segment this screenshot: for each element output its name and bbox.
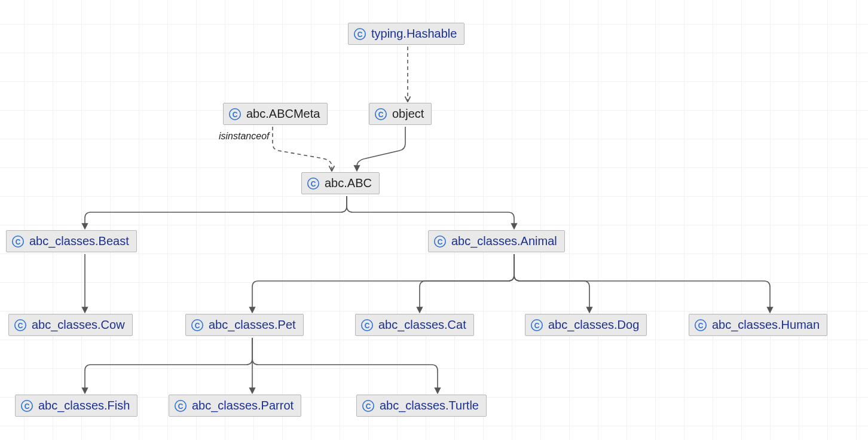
class-node-cow[interactable]: Cabc_classes.Cow — [8, 314, 133, 336]
class-icon: C — [353, 28, 366, 41]
svg-text:C: C — [178, 402, 184, 410]
class-label: typing.Hashable — [371, 27, 457, 41]
class-node-fish[interactable]: Cabc_classes.Fish — [15, 395, 137, 417]
svg-text:C: C — [25, 402, 30, 410]
class-icon: C — [11, 235, 25, 248]
class-icon: C — [362, 399, 375, 412]
class-label: abc.ABC — [325, 176, 372, 190]
class-label: abc_classes.Turtle — [380, 399, 479, 412]
class-label: abc_classes.Pet — [209, 318, 296, 332]
svg-text:C: C — [378, 110, 384, 118]
svg-text:C: C — [366, 402, 371, 410]
class-icon: C — [694, 319, 707, 332]
svg-text:C: C — [534, 321, 540, 329]
class-label: abc_classes.Cat — [378, 318, 466, 332]
class-icon: C — [360, 319, 374, 332]
class-icon: C — [14, 319, 27, 332]
class-icon: C — [174, 399, 187, 412]
class-icon: C — [20, 399, 33, 412]
class-label: abc_classes.Parrot — [192, 399, 294, 412]
class-node-abc-abcmeta[interactable]: Cabc.ABCMeta — [223, 103, 328, 125]
class-node-turtle[interactable]: Cabc_classes.Turtle — [356, 395, 487, 417]
class-label: abc_classes.Animal — [451, 234, 557, 248]
class-node-abc-abc[interactable]: Cabc.ABC — [301, 172, 380, 194]
diagram-canvas[interactable]: Ctyping.HashableCabc.ABCMetaCobjectCabc.… — [0, 0, 868, 440]
class-node-cat[interactable]: Cabc_classes.Cat — [355, 314, 474, 336]
class-icon: C — [530, 319, 543, 332]
class-node-beast[interactable]: Cabc_classes.Beast — [6, 230, 137, 252]
class-icon: C — [433, 235, 447, 248]
class-node-typing-hashable[interactable]: Ctyping.Hashable — [348, 23, 464, 45]
svg-text:C: C — [438, 237, 443, 246]
svg-text:C: C — [365, 321, 370, 329]
edge-label-isinstanceof: isinstanceof — [219, 131, 270, 142]
svg-text:C: C — [233, 110, 238, 118]
class-node-animal[interactable]: Cabc_classes.Animal — [428, 230, 565, 252]
class-icon: C — [307, 177, 320, 190]
svg-text:C: C — [16, 237, 21, 246]
svg-text:C: C — [195, 321, 200, 329]
svg-text:C: C — [698, 321, 704, 329]
class-icon: C — [228, 108, 242, 121]
class-icon: C — [374, 108, 387, 121]
class-label: abc_classes.Fish — [38, 399, 130, 412]
class-node-pet[interactable]: Cabc_classes.Pet — [185, 314, 304, 336]
class-label: abc_classes.Cow — [32, 318, 125, 332]
class-label: object — [392, 107, 424, 121]
class-label: abc_classes.Human — [712, 318, 820, 332]
class-label: abc_classes.Dog — [548, 318, 639, 332]
class-label: abc_classes.Beast — [29, 234, 129, 248]
class-node-parrot[interactable]: Cabc_classes.Parrot — [169, 395, 301, 417]
class-node-object[interactable]: Cobject — [369, 103, 432, 125]
svg-text:C: C — [311, 179, 316, 188]
class-icon: C — [191, 319, 204, 332]
class-node-human[interactable]: Cabc_classes.Human — [689, 314, 827, 336]
class-node-dog[interactable]: Cabc_classes.Dog — [525, 314, 647, 336]
svg-text:C: C — [357, 30, 363, 38]
svg-text:C: C — [18, 321, 23, 329]
class-label: abc.ABCMeta — [246, 107, 320, 121]
